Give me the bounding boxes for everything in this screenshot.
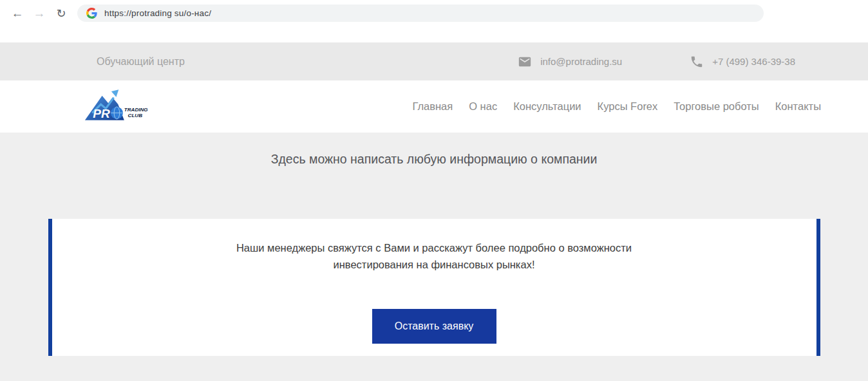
browser-chrome: ← → ↻ https://protrading su/о-нас/ (0, 0, 868, 42)
phone-text: +7 (499) 346-39-38 (712, 56, 795, 67)
browser-reload-button[interactable]: ↻ (50, 4, 72, 23)
leave-request-button[interactable]: Оставить заявку (372, 309, 496, 344)
email-link[interactable]: info@protrading.su (518, 55, 622, 69)
menu-item-home[interactable]: Главная (412, 100, 453, 113)
site-topbar: Обучающий центр info@protrading.su +7 (4… (0, 42, 868, 80)
page-content: Здесь можно написать любую информацию о … (0, 133, 868, 381)
email-text: info@protrading.su (540, 56, 622, 67)
main-navbar: PR TRADING CLUB Главная О нас Консультац… (0, 80, 868, 133)
contacts-group: info@protrading.su +7 (499) 346-39-38 (518, 55, 795, 69)
menu-item-forex-courses[interactable]: Курсы Forex (598, 100, 658, 113)
browser-forward-button[interactable]: → (28, 4, 50, 23)
phone-link[interactable]: +7 (499) 346-39-38 (690, 55, 795, 69)
google-g-favicon-icon (86, 8, 97, 19)
menu-item-about[interactable]: О нас (469, 100, 497, 113)
logo-text-club: CLUB (128, 113, 143, 118)
logo-text-pr: PR (93, 107, 110, 120)
site-tagline: Обучающий центр (97, 56, 185, 68)
phone-icon (690, 55, 704, 69)
page-title: Здесь можно написать любую информацию о … (0, 152, 868, 167)
address-bar[interactable]: https://protrading su/о-нас/ (77, 5, 764, 22)
menu-item-contacts[interactable]: Контакты (775, 100, 821, 113)
logo-text-trading: TRADING (124, 106, 148, 112)
pro-trading-club-logo-icon: PR TRADING CLUB (84, 88, 148, 123)
card-text: Наши менеджеры свяжутся с Вами и расскаж… (212, 240, 656, 273)
url-text: https://protrading su/о-нас/ (104, 8, 211, 18)
envelope-icon (518, 55, 532, 69)
menu-item-consulting[interactable]: Консультации (513, 100, 581, 113)
browser-back-button[interactable]: ← (6, 4, 28, 23)
menu-item-trading-robots[interactable]: Торговые роботы (674, 100, 759, 113)
info-card: Наши менеджеры свяжутся с Вами и расскаж… (48, 219, 820, 356)
logo[interactable]: PR TRADING CLUB (84, 88, 148, 125)
main-menu: Главная О нас Консультации Курсы Forex Т… (412, 100, 821, 113)
